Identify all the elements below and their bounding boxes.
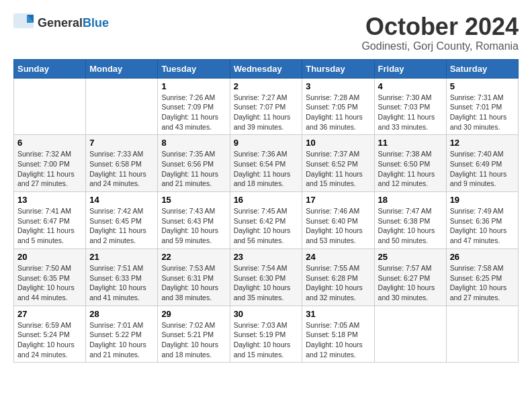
day-header-friday: Friday <box>374 59 446 78</box>
day-info: Sunrise: 7:26 AM Sunset: 7:09 PM Dayligh… <box>161 93 226 132</box>
day-cell <box>446 306 518 363</box>
day-info: Sunrise: 7:32 AM Sunset: 7:00 PM Dayligh… <box>17 149 82 189</box>
day-number: 9 <box>234 138 299 148</box>
day-info: Sunrise: 7:47 AM Sunset: 6:38 PM Dayligh… <box>378 206 443 246</box>
day-number: 15 <box>161 195 226 205</box>
day-cell: 10Sunrise: 7:37 AM Sunset: 6:52 PM Dayli… <box>302 135 374 192</box>
day-info: Sunrise: 6:59 AM Sunset: 5:24 PM Dayligh… <box>17 320 82 360</box>
day-number: 2 <box>234 81 299 91</box>
day-info: Sunrise: 7:31 AM Sunset: 7:01 PM Dayligh… <box>450 93 515 132</box>
day-number: 20 <box>17 252 82 262</box>
day-number: 29 <box>161 309 226 319</box>
day-info: Sunrise: 7:46 AM Sunset: 6:40 PM Dayligh… <box>306 206 370 246</box>
day-info: Sunrise: 7:54 AM Sunset: 6:30 PM Dayligh… <box>234 263 299 303</box>
day-number: 7 <box>89 138 154 148</box>
day-cell: 4Sunrise: 7:30 AM Sunset: 7:03 PM Daylig… <box>374 78 446 135</box>
day-info: Sunrise: 7:58 AM Sunset: 6:25 PM Dayligh… <box>450 263 515 303</box>
week-row-5: 27Sunrise: 6:59 AM Sunset: 5:24 PM Dayli… <box>14 306 519 363</box>
day-info: Sunrise: 7:45 AM Sunset: 6:42 PM Dayligh… <box>234 206 299 246</box>
day-number: 24 <box>306 252 370 262</box>
week-row-4: 20Sunrise: 7:50 AM Sunset: 6:35 PM Dayli… <box>14 248 519 306</box>
day-cell: 15Sunrise: 7:43 AM Sunset: 6:43 PM Dayli… <box>158 192 230 249</box>
day-header-wednesday: Wednesday <box>230 59 302 78</box>
day-number: 31 <box>306 309 370 319</box>
logo: GeneralBlue <box>13 13 109 32</box>
day-cell: 13Sunrise: 7:41 AM Sunset: 6:47 PM Dayli… <box>14 192 86 249</box>
day-info: Sunrise: 7:35 AM Sunset: 6:56 PM Dayligh… <box>161 149 226 189</box>
day-info: Sunrise: 7:30 AM Sunset: 7:03 PM Dayligh… <box>378 93 443 132</box>
day-cell: 5Sunrise: 7:31 AM Sunset: 7:01 PM Daylig… <box>446 78 518 135</box>
day-header-sunday: Sunday <box>14 59 86 78</box>
logo-icon <box>13 13 35 32</box>
day-cell: 20Sunrise: 7:50 AM Sunset: 6:35 PM Dayli… <box>14 248 86 306</box>
title-block: October 2024 Godinesti, Gorj County, Rom… <box>361 13 519 52</box>
day-number: 11 <box>378 138 443 148</box>
day-cell: 26Sunrise: 7:58 AM Sunset: 6:25 PM Dayli… <box>446 248 518 306</box>
day-cell: 19Sunrise: 7:49 AM Sunset: 6:36 PM Dayli… <box>446 192 518 249</box>
day-info: Sunrise: 7:40 AM Sunset: 6:49 PM Dayligh… <box>450 149 515 189</box>
day-info: Sunrise: 7:53 AM Sunset: 6:31 PM Dayligh… <box>161 263 226 303</box>
logo-general: General <box>38 16 83 30</box>
day-cell: 18Sunrise: 7:47 AM Sunset: 6:38 PM Dayli… <box>374 192 446 249</box>
day-number: 5 <box>450 81 515 91</box>
day-cell <box>374 306 446 363</box>
day-cell: 31Sunrise: 7:05 AM Sunset: 5:18 PM Dayli… <box>302 306 374 363</box>
header-row: SundayMondayTuesdayWednesdayThursdayFrid… <box>14 59 519 78</box>
day-cell <box>86 78 158 135</box>
day-info: Sunrise: 7:27 AM Sunset: 7:07 PM Dayligh… <box>234 93 299 132</box>
day-cell <box>14 78 86 135</box>
day-info: Sunrise: 7:33 AM Sunset: 6:58 PM Dayligh… <box>89 149 154 189</box>
day-cell: 25Sunrise: 7:57 AM Sunset: 6:27 PM Dayli… <box>374 248 446 306</box>
day-info: Sunrise: 7:41 AM Sunset: 6:47 PM Dayligh… <box>17 206 82 246</box>
day-cell: 12Sunrise: 7:40 AM Sunset: 6:49 PM Dayli… <box>446 135 518 192</box>
day-number: 21 <box>89 252 154 262</box>
day-info: Sunrise: 7:57 AM Sunset: 6:27 PM Dayligh… <box>378 263 443 303</box>
day-cell: 1Sunrise: 7:26 AM Sunset: 7:09 PM Daylig… <box>158 78 230 135</box>
day-info: Sunrise: 7:42 AM Sunset: 6:45 PM Dayligh… <box>89 206 154 246</box>
day-info: Sunrise: 7:50 AM Sunset: 6:35 PM Dayligh… <box>17 263 82 303</box>
day-number: 1 <box>161 81 226 91</box>
day-info: Sunrise: 7:05 AM Sunset: 5:18 PM Dayligh… <box>306 320 370 360</box>
day-cell: 22Sunrise: 7:53 AM Sunset: 6:31 PM Dayli… <box>158 248 230 306</box>
day-number: 6 <box>17 138 82 148</box>
week-row-2: 6Sunrise: 7:32 AM Sunset: 7:00 PM Daylig… <box>14 135 519 192</box>
day-number: 27 <box>17 309 82 319</box>
day-header-saturday: Saturday <box>446 59 518 78</box>
day-cell: 14Sunrise: 7:42 AM Sunset: 6:45 PM Dayli… <box>86 192 158 249</box>
day-number: 18 <box>378 195 443 205</box>
day-cell: 6Sunrise: 7:32 AM Sunset: 7:00 PM Daylig… <box>14 135 86 192</box>
week-row-1: 1Sunrise: 7:26 AM Sunset: 7:09 PM Daylig… <box>14 78 519 135</box>
day-info: Sunrise: 7:43 AM Sunset: 6:43 PM Dayligh… <box>161 206 226 246</box>
day-number: 23 <box>234 252 299 262</box>
day-info: Sunrise: 7:38 AM Sunset: 6:50 PM Dayligh… <box>378 149 443 189</box>
day-cell: 2Sunrise: 7:27 AM Sunset: 7:07 PM Daylig… <box>230 78 302 135</box>
day-cell: 11Sunrise: 7:38 AM Sunset: 6:50 PM Dayli… <box>374 135 446 192</box>
day-cell: 9Sunrise: 7:36 AM Sunset: 6:54 PM Daylig… <box>230 135 302 192</box>
day-cell: 21Sunrise: 7:51 AM Sunset: 6:33 PM Dayli… <box>86 248 158 306</box>
day-cell: 28Sunrise: 7:01 AM Sunset: 5:22 PM Dayli… <box>86 306 158 363</box>
day-info: Sunrise: 7:03 AM Sunset: 5:19 PM Dayligh… <box>234 320 299 360</box>
day-info: Sunrise: 7:28 AM Sunset: 7:05 PM Dayligh… <box>306 93 370 132</box>
page-header: GeneralBlue October 2024 Godinesti, Gorj… <box>13 13 519 52</box>
day-cell: 3Sunrise: 7:28 AM Sunset: 7:05 PM Daylig… <box>302 78 374 135</box>
day-number: 25 <box>378 252 443 262</box>
day-number: 28 <box>89 309 154 319</box>
day-cell: 23Sunrise: 7:54 AM Sunset: 6:30 PM Dayli… <box>230 248 302 306</box>
day-number: 30 <box>234 309 299 319</box>
day-info: Sunrise: 7:49 AM Sunset: 6:36 PM Dayligh… <box>450 206 515 246</box>
location: Godinesti, Gorj County, Romania <box>361 40 519 52</box>
day-cell: 29Sunrise: 7:02 AM Sunset: 5:21 PM Dayli… <box>158 306 230 363</box>
day-cell: 16Sunrise: 7:45 AM Sunset: 6:42 PM Dayli… <box>230 192 302 249</box>
day-info: Sunrise: 7:51 AM Sunset: 6:33 PM Dayligh… <box>89 263 154 303</box>
day-info: Sunrise: 7:02 AM Sunset: 5:21 PM Dayligh… <box>161 320 226 360</box>
day-cell: 8Sunrise: 7:35 AM Sunset: 6:56 PM Daylig… <box>158 135 230 192</box>
calendar-table: SundayMondayTuesdayWednesdayThursdayFrid… <box>13 59 519 363</box>
day-number: 8 <box>161 138 226 148</box>
day-number: 16 <box>234 195 299 205</box>
day-cell: 30Sunrise: 7:03 AM Sunset: 5:19 PM Dayli… <box>230 306 302 363</box>
day-header-thursday: Thursday <box>302 59 374 78</box>
day-number: 13 <box>17 195 82 205</box>
day-cell: 7Sunrise: 7:33 AM Sunset: 6:58 PM Daylig… <box>86 135 158 192</box>
day-number: 10 <box>306 138 370 148</box>
day-cell: 27Sunrise: 6:59 AM Sunset: 5:24 PM Dayli… <box>14 306 86 363</box>
